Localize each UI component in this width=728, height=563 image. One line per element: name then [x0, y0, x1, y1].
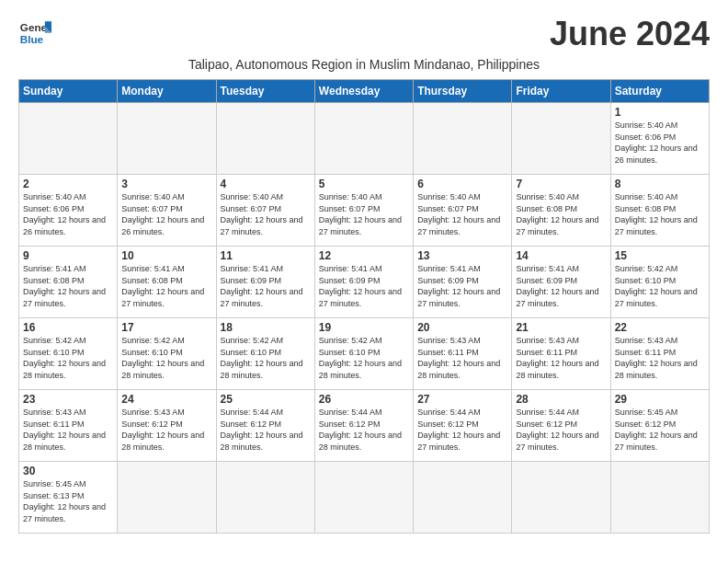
day-info: Sunrise: 5:43 AM Sunset: 6:11 PM Dayligh… — [23, 407, 113, 453]
calendar-cell: 17Sunrise: 5:42 AM Sunset: 6:10 PM Dayli… — [118, 318, 216, 390]
day-number: 23 — [23, 393, 113, 406]
day-info: Sunrise: 5:43 AM Sunset: 6:11 PM Dayligh… — [417, 335, 507, 381]
calendar-cell: 22Sunrise: 5:43 AM Sunset: 6:11 PM Dayli… — [610, 318, 709, 390]
day-info: Sunrise: 5:40 AM Sunset: 6:07 PM Dayligh… — [417, 191, 507, 237]
calendar-cell: 26Sunrise: 5:44 AM Sunset: 6:12 PM Dayli… — [314, 390, 413, 462]
day-number: 4 — [221, 178, 311, 190]
calendar-week-2: 9Sunrise: 5:41 AM Sunset: 6:08 PM Daylig… — [19, 247, 710, 318]
day-header-wednesday: Wednesday — [314, 80, 413, 103]
day-number: 22 — [615, 321, 705, 334]
day-info: Sunrise: 5:42 AM Sunset: 6:10 PM Dayligh… — [23, 335, 113, 381]
day-info: Sunrise: 5:40 AM Sunset: 6:07 PM Dayligh… — [319, 191, 409, 237]
calendar-cell: 2Sunrise: 5:40 AM Sunset: 6:06 PM Daylig… — [19, 175, 118, 247]
calendar-cell: 7Sunrise: 5:40 AM Sunset: 6:08 PM Daylig… — [512, 175, 610, 247]
day-info: Sunrise: 5:41 AM Sunset: 6:08 PM Dayligh… — [121, 263, 211, 309]
day-header-friday: Friday — [512, 80, 610, 103]
day-number: 14 — [516, 249, 606, 262]
day-info: Sunrise: 5:45 AM Sunset: 6:13 PM Dayligh… — [23, 478, 113, 524]
calendar-cell: 13Sunrise: 5:41 AM Sunset: 6:09 PM Dayli… — [414, 247, 512, 318]
day-number: 10 — [121, 249, 211, 262]
day-info: Sunrise: 5:40 AM Sunset: 6:08 PM Dayligh… — [516, 191, 606, 237]
day-info: Sunrise: 5:44 AM Sunset: 6:12 PM Dayligh… — [417, 407, 507, 453]
calendar-cell — [314, 462, 413, 534]
day-number: 7 — [516, 178, 606, 190]
day-number: 2 — [23, 178, 113, 190]
calendar-week-5: 30Sunrise: 5:45 AM Sunset: 6:13 PM Dayli… — [19, 462, 710, 534]
calendar-header: SundayMondayTuesdayWednesdayThursdayFrid… — [19, 80, 710, 103]
day-info: Sunrise: 5:40 AM Sunset: 6:07 PM Dayligh… — [221, 191, 311, 237]
day-number: 19 — [319, 321, 409, 334]
calendar-cell: 10Sunrise: 5:41 AM Sunset: 6:08 PM Dayli… — [118, 247, 216, 318]
day-header-thursday: Thursday — [414, 80, 512, 103]
day-info: Sunrise: 5:42 AM Sunset: 6:10 PM Dayligh… — [319, 335, 409, 381]
calendar-cell: 8Sunrise: 5:40 AM Sunset: 6:08 PM Daylig… — [610, 175, 709, 247]
day-info: Sunrise: 5:40 AM Sunset: 6:07 PM Dayligh… — [121, 191, 211, 237]
calendar-cell: 5Sunrise: 5:40 AM Sunset: 6:07 PM Daylig… — [314, 175, 413, 247]
day-number: 13 — [417, 249, 507, 262]
day-number: 25 — [221, 393, 311, 406]
day-number: 24 — [121, 393, 211, 406]
day-number: 30 — [23, 465, 113, 477]
calendar-week-0: 1Sunrise: 5:40 AM Sunset: 6:06 PM Daylig… — [19, 103, 710, 175]
day-info: Sunrise: 5:41 AM Sunset: 6:09 PM Dayligh… — [319, 263, 409, 309]
calendar-cell — [414, 462, 512, 534]
day-info: Sunrise: 5:42 AM Sunset: 6:10 PM Dayligh… — [121, 335, 211, 381]
calendar-week-4: 23Sunrise: 5:43 AM Sunset: 6:11 PM Dayli… — [19, 390, 710, 462]
calendar-cell: 1Sunrise: 5:40 AM Sunset: 6:06 PM Daylig… — [610, 103, 709, 175]
day-number: 12 — [319, 249, 409, 262]
calendar-cell: 25Sunrise: 5:44 AM Sunset: 6:12 PM Dayli… — [216, 390, 314, 462]
day-number: 27 — [417, 393, 507, 406]
day-number: 9 — [23, 249, 113, 262]
calendar-cell: 18Sunrise: 5:42 AM Sunset: 6:10 PM Dayli… — [216, 318, 314, 390]
calendar-cell: 6Sunrise: 5:40 AM Sunset: 6:07 PM Daylig… — [414, 175, 512, 247]
calendar-cell: 20Sunrise: 5:43 AM Sunset: 6:11 PM Dayli… — [414, 318, 512, 390]
calendar-cell — [610, 462, 709, 534]
day-info: Sunrise: 5:44 AM Sunset: 6:12 PM Dayligh… — [221, 407, 311, 453]
calendar-cell — [118, 462, 216, 534]
day-info: Sunrise: 5:42 AM Sunset: 6:10 PM Dayligh… — [615, 263, 705, 309]
calendar-week-3: 16Sunrise: 5:42 AM Sunset: 6:10 PM Dayli… — [19, 318, 710, 390]
day-number: 17 — [121, 321, 211, 334]
day-number: 20 — [417, 321, 507, 334]
day-number: 16 — [23, 321, 113, 334]
calendar-table: SundayMondayTuesdayWednesdayThursdayFrid… — [18, 79, 710, 534]
calendar-cell: 9Sunrise: 5:41 AM Sunset: 6:08 PM Daylig… — [19, 247, 118, 318]
day-header-monday: Monday — [118, 80, 216, 103]
calendar-cell — [19, 103, 118, 175]
day-number: 3 — [121, 178, 211, 190]
day-header-saturday: Saturday — [610, 80, 709, 103]
day-number: 8 — [615, 178, 705, 190]
day-info: Sunrise: 5:43 AM Sunset: 6:11 PM Dayligh… — [516, 335, 606, 381]
calendar-cell: 23Sunrise: 5:43 AM Sunset: 6:11 PM Dayli… — [19, 390, 118, 462]
calendar-cell — [118, 103, 216, 175]
day-info: Sunrise: 5:41 AM Sunset: 6:09 PM Dayligh… — [221, 263, 311, 309]
day-info: Sunrise: 5:42 AM Sunset: 6:10 PM Dayligh… — [221, 335, 311, 381]
day-info: Sunrise: 5:43 AM Sunset: 6:12 PM Dayligh… — [121, 407, 211, 453]
day-number: 5 — [319, 178, 409, 190]
day-info: Sunrise: 5:45 AM Sunset: 6:12 PM Dayligh… — [615, 407, 705, 453]
logo: General Blue — [18, 15, 51, 48]
month-title: June 2024 — [550, 15, 710, 53]
calendar-cell: 12Sunrise: 5:41 AM Sunset: 6:09 PM Dayli… — [314, 247, 413, 318]
calendar-cell — [216, 462, 314, 534]
day-number: 28 — [516, 393, 606, 406]
subtitle: Talipao, Autonomous Region in Muslim Min… — [18, 57, 710, 72]
day-number: 15 — [615, 249, 705, 262]
calendar-cell: 11Sunrise: 5:41 AM Sunset: 6:09 PM Dayli… — [216, 247, 314, 318]
day-header-tuesday: Tuesday — [216, 80, 314, 103]
day-info: Sunrise: 5:44 AM Sunset: 6:12 PM Dayligh… — [516, 407, 606, 453]
day-info: Sunrise: 5:41 AM Sunset: 6:09 PM Dayligh… — [516, 263, 606, 309]
svg-text:Blue: Blue — [20, 33, 44, 45]
day-number: 26 — [319, 393, 409, 406]
calendar-cell: 30Sunrise: 5:45 AM Sunset: 6:13 PM Dayli… — [19, 462, 118, 534]
calendar-cell: 28Sunrise: 5:44 AM Sunset: 6:12 PM Dayli… — [512, 390, 610, 462]
day-info: Sunrise: 5:41 AM Sunset: 6:09 PM Dayligh… — [417, 263, 507, 309]
day-info: Sunrise: 5:41 AM Sunset: 6:08 PM Dayligh… — [23, 263, 113, 309]
calendar-cell: 29Sunrise: 5:45 AM Sunset: 6:12 PM Dayli… — [610, 390, 709, 462]
logo-icon: General Blue — [18, 15, 51, 48]
calendar-cell: 27Sunrise: 5:44 AM Sunset: 6:12 PM Dayli… — [414, 390, 512, 462]
calendar-cell: 24Sunrise: 5:43 AM Sunset: 6:12 PM Dayli… — [118, 390, 216, 462]
calendar-cell: 15Sunrise: 5:42 AM Sunset: 6:10 PM Dayli… — [610, 247, 709, 318]
page-header: General Blue June 2024 — [18, 15, 710, 53]
calendar-cell: 21Sunrise: 5:43 AM Sunset: 6:11 PM Dayli… — [512, 318, 610, 390]
